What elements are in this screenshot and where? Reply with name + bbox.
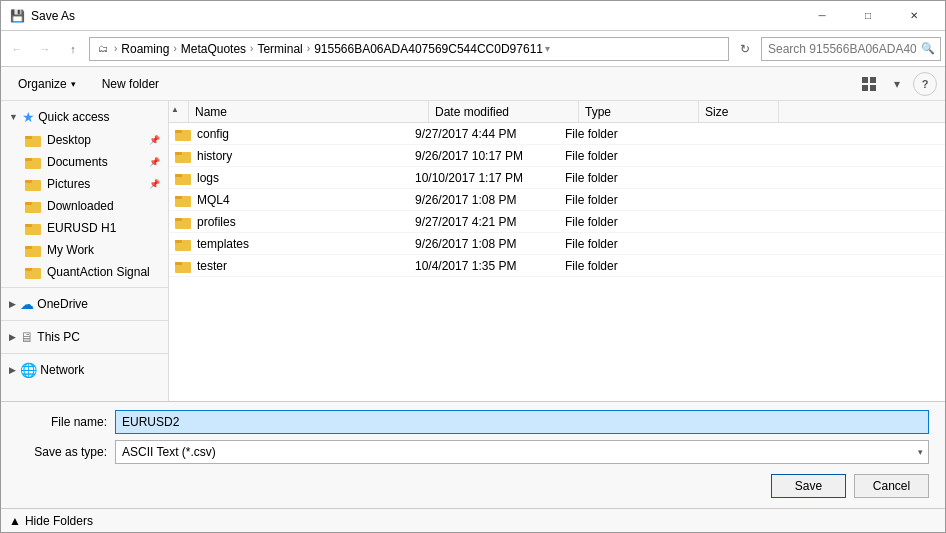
file-name-cell: MQL4: [169, 189, 409, 210]
file-date-cell: 9/26/2017 1:08 PM: [409, 189, 559, 210]
file-size-cell: [679, 233, 759, 254]
table-row[interactable]: config 9/27/2017 4:44 PM File folder: [169, 123, 945, 145]
svg-rect-13: [25, 224, 32, 227]
save-as-dialog: 💾 Save As ─ □ ✕ ← → ↑ 🗂 › Roaming › Meta…: [0, 0, 946, 533]
svg-rect-1: [870, 77, 876, 83]
table-row[interactable]: templates 9/26/2017 1:08 PM File folder: [169, 233, 945, 255]
maximize-button[interactable]: □: [845, 1, 891, 31]
sidebar-header-thispc[interactable]: ▶ 🖥 This PC: [1, 325, 168, 349]
refresh-button[interactable]: ↻: [733, 37, 757, 61]
table-row[interactable]: tester 10/4/2017 1:35 PM File folder: [169, 255, 945, 277]
close-button[interactable]: ✕: [891, 1, 937, 31]
col-header-type[interactable]: Type: [579, 101, 699, 122]
file-name: logs: [197, 171, 219, 185]
title-controls: ─ □ ✕: [799, 1, 937, 31]
sidebar-divider-1: [1, 287, 168, 288]
filetype-label: Save as type:: [17, 445, 107, 459]
table-row[interactable]: logs 10/10/2017 1:17 PM File folder: [169, 167, 945, 189]
save-button[interactable]: Save: [771, 474, 846, 498]
file-size-cell: [679, 189, 759, 210]
filetype-select-wrap: ASCII Text (*.csv)CSV (*.csv)All Files (…: [115, 440, 929, 464]
file-name-cell: profiles: [169, 211, 409, 232]
sort-arrow-up: ▲: [169, 105, 181, 114]
hide-folders-label: Hide Folders: [25, 514, 93, 528]
new-folder-button[interactable]: New folder: [93, 73, 168, 95]
window-icon: 💾: [9, 8, 25, 24]
sidebar-section-network: ▶ 🌐 Network: [1, 358, 168, 382]
quick-access-label: Quick access: [38, 110, 109, 124]
path-segment: 🗂 › Roaming › MetaQuotes › Terminal › 91…: [96, 42, 550, 56]
mywork-label: My Work: [47, 243, 94, 257]
sidebar-item-mywork[interactable]: My Work: [1, 239, 168, 261]
filename-input[interactable]: [115, 410, 929, 434]
forward-button[interactable]: →: [33, 37, 57, 61]
file-type-cell: File folder: [559, 255, 679, 276]
file-name: config: [197, 127, 229, 141]
svg-rect-23: [175, 174, 182, 177]
view-button[interactable]: [857, 72, 881, 96]
file-date-cell: 9/27/2017 4:44 PM: [409, 123, 559, 144]
file-name: tester: [197, 259, 227, 273]
sidebar-item-desktop[interactable]: Desktop 📌: [1, 129, 168, 151]
title-bar: 💾 Save As ─ □ ✕: [1, 1, 945, 31]
thispc-label: This PC: [37, 330, 80, 344]
col-header-size[interactable]: Size: [699, 101, 779, 122]
table-row[interactable]: MQL4 9/26/2017 1:08 PM File folder: [169, 189, 945, 211]
toolbar: Organize ▾ New folder ▾ ?: [1, 67, 945, 101]
col-type-label: Type: [585, 105, 611, 119]
search-input[interactable]: [761, 37, 941, 61]
chevron-right-icon: ▶: [9, 299, 16, 309]
folder-icon: [175, 259, 191, 273]
pin-icon: 📌: [149, 135, 160, 145]
svg-rect-29: [175, 240, 182, 243]
chevron-right-icon-net: ▶: [9, 365, 16, 375]
sidebar-header-quick-access[interactable]: ▼ ★ Quick access: [1, 105, 168, 129]
chevron-right-icon-pc: ▶: [9, 332, 16, 342]
view-dropdown-button[interactable]: ▾: [885, 72, 909, 96]
sidebar-item-eurusd[interactable]: EURUSD H1: [1, 217, 168, 239]
table-row[interactable]: profiles 9/27/2017 4:21 PM File folder: [169, 211, 945, 233]
pin-icon-pics: 📌: [149, 179, 160, 189]
sidebar: ▼ ★ Quick access Desktop 📌 Documents: [1, 101, 169, 401]
organize-button[interactable]: Organize ▾: [9, 73, 85, 95]
cancel-button[interactable]: Cancel: [854, 474, 929, 498]
sidebar-divider-3: [1, 353, 168, 354]
folder-icon: [175, 127, 191, 141]
file-name-cell: templates: [169, 233, 409, 254]
sidebar-item-downloaded[interactable]: Downloaded: [1, 195, 168, 217]
back-button[interactable]: ←: [5, 37, 29, 61]
downloaded-folder-icon: [25, 198, 41, 214]
hide-folders-button[interactable]: ▲ Hide Folders: [9, 514, 93, 528]
quantaction-label: QuantAction Signal: [47, 265, 150, 279]
table-row[interactable]: history 9/26/2017 10:17 PM File folder: [169, 145, 945, 167]
file-date-cell: 9/26/2017 1:08 PM: [409, 233, 559, 254]
file-area: ▲ Name Date modified Type Size: [169, 101, 945, 401]
col-header-name[interactable]: Name: [189, 101, 429, 122]
file-size-cell: [679, 211, 759, 232]
path-guid: 915566BA06ADA407569C544CC0D97611: [314, 42, 543, 56]
svg-rect-27: [175, 218, 182, 221]
svg-rect-15: [25, 246, 32, 249]
pin-icon-docs: 📌: [149, 157, 160, 167]
quantaction-folder-icon: [25, 264, 41, 280]
sidebar-section-thispc: ▶ 🖥 This PC: [1, 325, 168, 349]
sidebar-section-quick-access: ▼ ★ Quick access Desktop 📌 Documents: [1, 105, 168, 283]
sidebar-header-network[interactable]: ▶ 🌐 Network: [1, 358, 168, 382]
svg-rect-31: [175, 262, 182, 265]
sidebar-item-quantaction[interactable]: QuantAction Signal: [1, 261, 168, 283]
file-name-cell: history: [169, 145, 409, 166]
folder-icon: [175, 237, 191, 251]
col-header-date[interactable]: Date modified: [429, 101, 579, 122]
sidebar-item-pictures[interactable]: Pictures 📌: [1, 173, 168, 195]
file-list: config 9/27/2017 4:44 PM File folder his…: [169, 123, 945, 401]
help-button[interactable]: ?: [913, 72, 937, 96]
filename-label: File name:: [17, 415, 107, 429]
sidebar-header-onedrive[interactable]: ▶ ☁ OneDrive: [1, 292, 168, 316]
svg-rect-9: [25, 180, 32, 183]
chevron-down-icon: ▼: [9, 112, 18, 122]
sidebar-item-documents[interactable]: Documents 📌: [1, 151, 168, 173]
address-path[interactable]: 🗂 › Roaming › MetaQuotes › Terminal › 91…: [89, 37, 729, 61]
filetype-select[interactable]: ASCII Text (*.csv)CSV (*.csv)All Files (…: [115, 440, 929, 464]
up-button[interactable]: ↑: [61, 37, 85, 61]
minimize-button[interactable]: ─: [799, 1, 845, 31]
